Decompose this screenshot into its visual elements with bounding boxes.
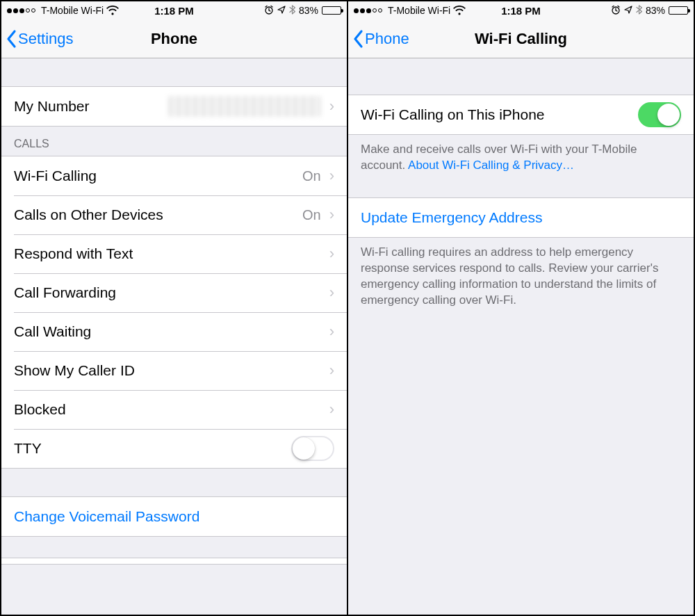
wifi-calling-toggle[interactable]: [638, 102, 681, 127]
show-caller-id-label: Show My Caller ID: [14, 362, 135, 379]
chevron-right-icon: ›: [329, 97, 334, 115]
update-emergency-address-group: Update Emergency Address: [348, 197, 694, 238]
calls-other-devices-cell[interactable]: Calls on Other Devices On ›: [1, 195, 347, 234]
change-voicemail-password-label: Change Voicemail Password: [14, 508, 199, 525]
calls-group: Wi-Fi Calling On › Calls on Other Device…: [1, 156, 347, 469]
respond-with-text-cell[interactable]: Respond with Text ›: [1, 234, 347, 273]
battery-icon: [322, 6, 341, 15]
call-forwarding-label: Call Forwarding: [14, 284, 116, 301]
wifi-calling-value: On: [302, 168, 325, 184]
bluetooth-icon: [289, 5, 295, 17]
my-number-cell[interactable]: My Number ›: [1, 87, 347, 126]
chevron-right-icon: ›: [329, 167, 334, 185]
page-title: Wi-Fi Calling: [348, 30, 694, 48]
chevron-right-icon: ›: [329, 206, 334, 224]
tty-label: TTY: [14, 440, 42, 457]
chevron-right-icon: ›: [329, 362, 334, 380]
respond-with-text-label: Respond with Text: [14, 245, 133, 262]
wifi-calling-toggle-cell: Wi-Fi Calling on This iPhone: [348, 95, 694, 134]
phone-settings-screen: T-Mobile Wi-Fi 1:18 PM 83%: [1, 1, 347, 615]
tty-toggle[interactable]: [291, 436, 334, 461]
chevron-right-icon: ›: [329, 245, 334, 263]
voicemail-group: Change Voicemail Password: [1, 496, 347, 537]
call-waiting-label: Call Waiting: [14, 323, 91, 340]
update-emergency-address-label: Update Emergency Address: [361, 209, 542, 226]
calls-other-devices-value: On: [302, 207, 325, 223]
about-wifi-calling-link[interactable]: About Wi-Fi Calling & Privacy…: [408, 159, 574, 172]
calls-other-devices-label: Calls on Other Devices: [14, 206, 163, 223]
calls-section-header: CALLS: [1, 138, 62, 156]
blocked-cell[interactable]: Blocked ›: [1, 390, 347, 429]
wifi-calling-label: Wi-Fi Calling: [14, 168, 97, 184]
my-number-value-redacted: [168, 96, 321, 117]
call-forwarding-cell[interactable]: Call Forwarding ›: [1, 273, 347, 312]
wifi-calling-toggle-group: Wi-Fi Calling on This iPhone: [348, 95, 694, 135]
chevron-right-icon: ›: [329, 323, 334, 341]
statusbar: T-Mobile Wi-Fi 1:18 PM 83%: [348, 1, 694, 19]
chevron-right-icon: ›: [329, 400, 334, 419]
wifi-calling-toggle-label: Wi-Fi Calling on This iPhone: [361, 106, 545, 123]
change-voicemail-password-button[interactable]: Change Voicemail Password: [1, 497, 347, 536]
chevron-right-icon: ›: [329, 284, 334, 302]
battery-icon: [669, 6, 688, 15]
wifi-calling-footer: Make and receive calls over Wi-Fi with y…: [348, 135, 694, 174]
show-caller-id-cell[interactable]: Show My Caller ID ›: [1, 351, 347, 390]
blocked-label: Blocked: [14, 401, 66, 418]
update-emergency-address-button[interactable]: Update Emergency Address: [348, 198, 694, 237]
navbar: Settings Phone: [1, 19, 347, 58]
wifi-calling-cell[interactable]: Wi-Fi Calling On ›: [1, 156, 347, 195]
my-number-group: My Number ›: [1, 86, 347, 127]
my-number-label: My Number: [14, 98, 90, 115]
bottom-group-peek: [1, 558, 347, 565]
bluetooth-icon: [636, 5, 642, 17]
wifi-calling-screen: T-Mobile Wi-Fi 1:18 PM 83%: [348, 1, 694, 615]
page-title: Phone: [1, 30, 347, 48]
statusbar: T-Mobile Wi-Fi 1:18 PM 83%: [1, 1, 347, 19]
call-waiting-cell[interactable]: Call Waiting ›: [1, 312, 347, 351]
tty-cell: TTY: [1, 429, 347, 468]
emergency-address-footer: Wi-Fi calling requires an address to hel…: [348, 238, 694, 309]
navbar: Phone Wi-Fi Calling: [348, 19, 694, 58]
